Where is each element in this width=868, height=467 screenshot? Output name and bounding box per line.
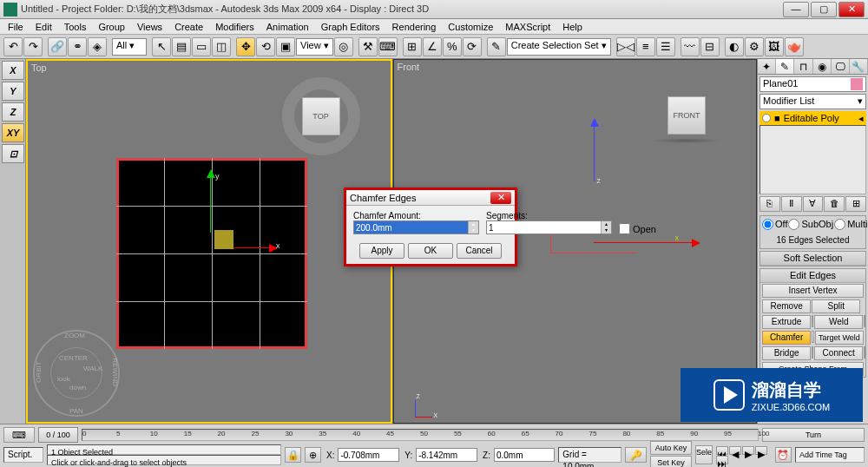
motion-tab-icon[interactable]: ◉	[813, 59, 832, 74]
render-setup-icon[interactable]: ⚙	[745, 37, 764, 56]
next-frame-icon[interactable]: ▶	[755, 446, 767, 455]
plane-object[interactable]	[116, 158, 307, 349]
utilities-tab-icon[interactable]: 🔧	[850, 59, 868, 74]
chamfer-settings-icon[interactable]	[812, 331, 814, 343]
weld-button[interactable]: Weld	[814, 315, 863, 329]
create-tab-icon[interactable]: ✦	[758, 59, 776, 74]
viewcube-front[interactable]: FRONT	[643, 72, 730, 159]
x-coord-input[interactable]: -0.708mm	[338, 448, 398, 462]
open-checkbox[interactable]: Open	[619, 223, 656, 234]
menu-customize[interactable]: Customize	[444, 22, 497, 32]
menu-create[interactable]: Create	[170, 22, 207, 32]
coord-mode-icon[interactable]: ⊕	[305, 447, 321, 463]
redo-icon[interactable]: ↷	[23, 37, 43, 56]
menu-grapheditors[interactable]: Graph Editors	[317, 22, 385, 32]
key-icon[interactable]: 🔑	[625, 447, 647, 463]
dialog-close-button[interactable]: ✕	[490, 192, 511, 204]
configure-icon[interactable]: ⊞	[845, 196, 866, 212]
sel-subobj-radio[interactable]: SubObj	[788, 217, 833, 231]
bulb-icon[interactable]	[762, 114, 771, 122]
display-tab-icon[interactable]: 🖵	[832, 59, 850, 74]
viewport-top[interactable]: Top TOP y x ZOOM P	[26, 59, 392, 424]
select-rect-icon[interactable]: ▭	[192, 37, 211, 56]
modifier-list-dropdown[interactable]: Modifier List▾	[760, 94, 866, 109]
target-weld-button[interactable]: Target Weld	[815, 331, 864, 345]
weld-settings-icon[interactable]	[864, 315, 865, 327]
segments-input[interactable]: ▴▾	[486, 220, 612, 234]
menu-animation[interactable]: Animation	[262, 22, 313, 32]
maxscript-mini-icon[interactable]: ⌨	[3, 427, 35, 443]
sel-multi-radio[interactable]: Multi	[834, 217, 867, 231]
schematic-icon[interactable]: ⊟	[700, 37, 720, 56]
select-scale-icon[interactable]: ▣	[276, 37, 295, 56]
menu-tools[interactable]: Tools	[60, 22, 91, 32]
gizmo-y-axis[interactable]	[210, 172, 211, 233]
cancel-button[interactable]: Cancel	[457, 243, 502, 259]
bind-icon[interactable]: ◈	[88, 37, 107, 56]
unlink-icon[interactable]: ⚭	[68, 37, 87, 56]
snap-icon[interactable]: ⊞	[403, 37, 422, 56]
menu-rendering[interactable]: Rendering	[388, 22, 441, 32]
split-button[interactable]: Split	[812, 299, 860, 313]
object-name-field[interactable]: Plane01	[760, 76, 866, 92]
minimize-button[interactable]: —	[783, 2, 809, 17]
bridge-settings-icon[interactable]	[812, 346, 813, 358]
sel-off-radio[interactable]: Off	[762, 217, 787, 231]
axis-more-icon[interactable]: ⊡	[2, 144, 24, 163]
menu-file[interactable]: File	[3, 22, 28, 32]
menu-maxscript[interactable]: MAXScript	[501, 22, 555, 32]
axis-z-button[interactable]: Z	[2, 102, 24, 122]
select-name-icon[interactable]: ▤	[172, 37, 191, 56]
link-icon[interactable]: 🔗	[48, 37, 67, 56]
selection-filter[interactable]: All ▾	[112, 38, 147, 56]
render-frame-icon[interactable]: 🖼	[765, 37, 784, 56]
curve-editor-icon[interactable]: 〰	[681, 37, 700, 56]
mirror-icon[interactable]: ▷◁	[616, 37, 635, 56]
bridge-button[interactable]: Bridge	[762, 346, 811, 360]
time-config-icon[interactable]: ⏰	[775, 447, 792, 463]
object-color-swatch[interactable]	[851, 78, 863, 90]
menu-modifiers[interactable]: Modifiers	[211, 22, 259, 32]
modify-tab-icon[interactable]: ✎	[776, 59, 794, 74]
menu-group[interactable]: Group	[94, 22, 129, 32]
modifier-editable-poly[interactable]: ■ Editable Poly ◂	[760, 111, 866, 125]
percent-snap-icon[interactable]: %	[443, 37, 462, 56]
named-sel-dropdown[interactable]: Create Selection Set ▾	[507, 38, 611, 56]
axis-y-button[interactable]: Y	[2, 82, 24, 101]
menu-edit[interactable]: Edit	[31, 22, 56, 32]
apply-button[interactable]: Apply	[359, 243, 404, 259]
soft-selection-rollout[interactable]: Soft Selection	[760, 252, 865, 266]
spinner-snap-icon[interactable]: ⟳	[463, 37, 482, 56]
axis-xy-button[interactable]: XY	[2, 123, 24, 142]
time-ruler[interactable]: 0510152025303540455055606570758085909510…	[82, 429, 759, 441]
prev-frame-icon[interactable]: ◀	[729, 446, 741, 455]
manipulate-icon[interactable]: ⚒	[358, 37, 378, 56]
play-icon[interactable]: ▶	[742, 446, 754, 455]
chamfer-amount-input[interactable]: ▴▾	[353, 220, 479, 234]
goto-end-icon[interactable]: ⏭	[716, 456, 728, 464]
material-icon[interactable]: ◐	[725, 37, 744, 56]
unique-icon[interactable]: ∀	[803, 196, 824, 212]
select-move-icon[interactable]: ✥	[236, 37, 255, 56]
axis-x-button[interactable]: X	[2, 61, 24, 80]
extrude-settings-icon[interactable]	[812, 315, 813, 327]
maximize-button[interactable]: ▢	[811, 2, 837, 17]
z-coord-input[interactable]: 0.0mm	[494, 448, 555, 462]
modifier-stack[interactable]	[760, 125, 866, 194]
key-filters[interactable]: Sele	[695, 445, 713, 464]
ok-button[interactable]: OK	[408, 243, 453, 259]
goto-start-icon[interactable]: ⏮	[716, 446, 728, 455]
close-button[interactable]: ✕	[838, 2, 865, 17]
extrude-button[interactable]: Extrude	[762, 315, 811, 329]
keymode-icon[interactable]: ⌨	[378, 37, 398, 56]
autokey-button[interactable]: Auto Key	[650, 441, 692, 455]
quick-render-icon[interactable]: 🫖	[785, 37, 804, 56]
layers-icon[interactable]: ☰	[656, 37, 675, 56]
window-crossing-icon[interactable]: ◫	[212, 37, 231, 56]
lock-icon[interactable]: 🔒	[285, 447, 301, 463]
insert-vertex-button[interactable]: Insert Vertex	[762, 284, 864, 298]
hierarchy-tab-icon[interactable]: ⊓	[794, 59, 812, 74]
viewcube-top[interactable]: TOP	[278, 73, 365, 160]
setkey-button[interactable]: Set Key	[650, 456, 692, 468]
align-icon[interactable]: ≡	[636, 37, 655, 56]
